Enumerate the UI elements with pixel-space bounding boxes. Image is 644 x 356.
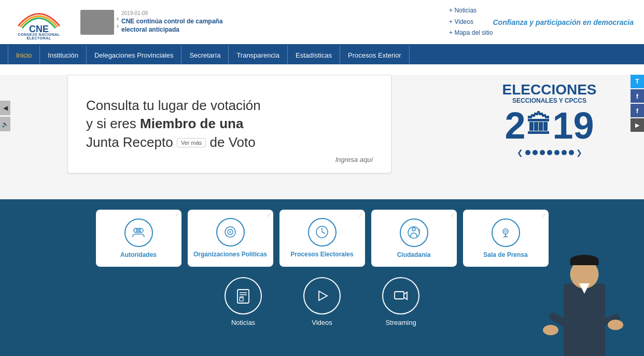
dot-3[interactable]	[540, 150, 545, 155]
logo[interactable]: CNE CONSEJO NACIONAL ELECTORAL	[10, 4, 67, 40]
ticker-next[interactable]: ›	[117, 22, 119, 30]
icon-card-organizaciones[interactable]: ⤢ Organizaciones Políticas	[188, 210, 273, 267]
streaming-label: Streaming	[385, 319, 416, 326]
nav-item-transparencia[interactable]: Transparencia	[229, 46, 288, 64]
nav-item-inicio[interactable]: Inicio	[8, 46, 40, 64]
small-icon-streaming[interactable]: Streaming	[382, 277, 419, 326]
ticker-prev[interactable]: ‹	[117, 15, 119, 22]
carousel-dots: ❮ ❯	[475, 148, 623, 157]
ticker-date: 2019-01-09	[121, 10, 225, 16]
year-2: 2	[505, 107, 525, 144]
logo-svg: CNE	[13, 4, 65, 33]
dot-6[interactable]	[562, 150, 567, 155]
svg-text:CNE: CNE	[29, 24, 49, 33]
banner-card: Consulta tu lugar de votación y si eres …	[67, 75, 391, 173]
elections-subtitle: SECCIONALES Y CPCCS	[475, 97, 623, 104]
news-ticker: ‹ › 2019-01-09 CNE continúa control de c…	[80, 10, 439, 35]
ver-mas-btn[interactable]: Ver más	[177, 138, 206, 147]
banner-line3b: de Voto	[210, 134, 256, 150]
svg-point-3	[136, 228, 141, 232]
organizaciones-label: Organizaciones Políticas	[193, 251, 267, 259]
icon-card-prensa[interactable]: ⤢ Sala de Prensa	[463, 210, 549, 267]
ingresa-aqui-link[interactable]: Ingresa aquí	[335, 156, 373, 163]
logo-subtitle: CONSEJO NACIONAL ELECTORAL	[10, 33, 67, 40]
organizaciones-icon	[216, 218, 245, 247]
procesos-label: Procesos Electorales	[290, 251, 353, 259]
banner-line1: Consulta tu lugar de votación	[86, 98, 261, 113]
svg-point-6	[230, 231, 231, 233]
expand-icon-autoridades: ⤢	[175, 212, 179, 218]
prensa-label: Sala de Prensa	[483, 251, 527, 258]
banner-line2b: Miembro de una	[140, 116, 243, 131]
ciudadania-label: Ciudadanía	[397, 251, 431, 258]
nav-item-estadisticas[interactable]: Estadísticas	[288, 46, 340, 64]
ciudadania-icon	[400, 218, 428, 247]
noticias-label: Noticias	[231, 319, 255, 326]
banner-line3a: Junta Recepto	[86, 134, 173, 150]
side-panel: ◀ 🔊	[0, 101, 10, 131]
social-panel: T f f ▶	[631, 75, 644, 132]
social-facebook-1[interactable]: f	[631, 89, 644, 103]
icon-card-ciudadania[interactable]: ⤢ Ciudadanía	[371, 210, 457, 267]
side-btn-sound[interactable]: 🔊	[0, 117, 10, 131]
svg-rect-21	[395, 292, 404, 299]
banner-line2a: y si eres	[86, 116, 140, 131]
social-youtube[interactable]: ▶	[631, 118, 644, 132]
white-area: ◀ 🔊 Consulta tu lugar de votación y si e…	[0, 75, 644, 199]
dot-2[interactable]	[533, 150, 538, 155]
expand-icon-org: ⤢	[267, 212, 271, 218]
videos-label: Videos	[312, 319, 332, 326]
bottom-icon-cards: Noticias Videos Streaming	[21, 277, 623, 332]
prensa-icon	[492, 218, 520, 247]
noticias-icon-circle	[225, 277, 262, 314]
tagline: Confianza y participación en democracia	[493, 18, 634, 26]
nav-item-institucion[interactable]: Institución	[40, 46, 87, 64]
elections-panel: ELECCIONES SECCIONALES Y CPCCS 2 🏛 19 ❮ …	[475, 83, 623, 157]
nav-item-secretaria[interactable]: Secretaría	[181, 46, 229, 64]
svg-point-14	[505, 230, 507, 232]
ticker-image	[80, 10, 114, 35]
link-noticias[interactable]: + Noticias	[449, 5, 493, 17]
side-btn-back[interactable]: ◀	[0, 101, 10, 115]
social-facebook-2[interactable]: f	[631, 104, 644, 117]
svg-point-11	[412, 228, 415, 231]
autoridades-icon	[124, 218, 153, 247]
social-twitter[interactable]: T	[631, 75, 644, 88]
elections-year: 2 🏛 19	[475, 107, 623, 144]
autoridades-label: Autoridades	[120, 251, 157, 258]
videos-icon-circle	[303, 277, 341, 314]
expand-icon-ciudad: ⤢	[450, 212, 454, 218]
svg-marker-20	[319, 291, 327, 300]
dot-4[interactable]	[547, 150, 552, 155]
site-links: + Noticias + Videos + Mapa del sitio	[449, 5, 493, 39]
icon-card-autoridades[interactable]: ⤢ Autoridades	[96, 210, 181, 267]
building-icon: 🏛	[526, 113, 551, 138]
nav-item-delegaciones[interactable]: Delegaciones Provinciales	[87, 46, 181, 64]
icon-card-procesos[interactable]: ⤢ Procesos Electorales	[279, 210, 365, 267]
expand-icon-proc: ⤢	[358, 212, 362, 218]
ticker-title[interactable]: CNE continúa control de campaña electora…	[121, 18, 225, 34]
main-icon-cards: ⤢ Autoridades ⤢	[21, 210, 623, 267]
blue-area: ⤢ Autoridades ⤢	[0, 199, 644, 356]
streaming-icon-circle	[382, 277, 419, 314]
ticker-content: 2019-01-09 CNE continúa control de campa…	[121, 10, 225, 34]
carousel-prev[interactable]: ❮	[517, 148, 523, 157]
svg-line-9	[322, 232, 325, 234]
carousel-next[interactable]: ❯	[576, 148, 582, 157]
small-icon-noticias[interactable]: Noticias	[225, 277, 262, 326]
dot-5[interactable]	[554, 150, 559, 155]
nav-item-procesos[interactable]: Procesos Exterior	[340, 46, 410, 64]
banner-heading: Consulta tu lugar de votación y si eres …	[86, 97, 373, 151]
ticker-arrows[interactable]: ‹ ›	[117, 15, 119, 30]
small-icon-videos[interactable]: Videos	[303, 277, 341, 326]
main-nav: Inicio Institución Delegaciones Provinci…	[0, 46, 644, 64]
dot-7[interactable]	[569, 150, 574, 155]
main-content: ◀ 🔊 Consulta tu lugar de votación y si e…	[0, 64, 644, 356]
svg-point-10	[408, 227, 419, 238]
header: CNE CONSEJO NACIONAL ELECTORAL ‹ › 2019-…	[0, 0, 644, 46]
dot-1[interactable]	[525, 150, 530, 155]
year-19: 19	[552, 107, 594, 144]
link-videos[interactable]: + Videos	[449, 17, 493, 28]
link-mapa[interactable]: + Mapa del sitio	[449, 28, 493, 39]
svg-point-12	[503, 229, 508, 234]
